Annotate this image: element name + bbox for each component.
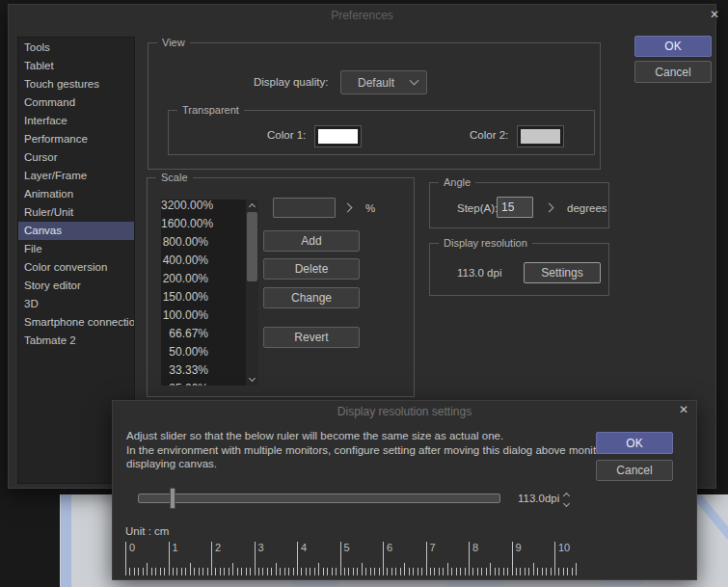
- sidebar-item-3d[interactable]: 3D: [18, 295, 134, 313]
- ruler-tick: [138, 568, 139, 575]
- sidebar-item-tools[interactable]: Tools: [18, 39, 134, 57]
- cancel-button[interactable]: Cancel: [634, 61, 712, 83]
- ruler-tick: [426, 542, 427, 575]
- ruler-tick: [512, 542, 513, 575]
- dpi-slider-track[interactable]: [138, 494, 500, 503]
- ruler-tick: [572, 568, 573, 575]
- ruler-tick: [241, 568, 242, 575]
- dialog-cancel-button[interactable]: Cancel: [596, 460, 673, 481]
- ruler-tick: [434, 568, 435, 575]
- ruler-number: 5: [344, 542, 350, 553]
- scale-group-label: Scale: [156, 172, 193, 184]
- scale-list-item[interactable]: 200.00%: [161, 270, 246, 288]
- ruler-tick: [125, 542, 126, 575]
- scale-list-item[interactable]: 100.00%: [161, 307, 246, 325]
- sidebar-item-canvas[interactable]: Canvas: [18, 222, 134, 240]
- sidebar-item-story-editor[interactable]: Story editor: [18, 277, 134, 295]
- scale-list[interactable]: 3200.00%1600.00%800.00%400.00%200.00%150…: [161, 200, 246, 386]
- scale-list-item[interactable]: 3200.00%: [161, 200, 246, 215]
- ruler-tick: [495, 568, 496, 575]
- ruler-tick: [143, 568, 144, 575]
- ruler-tick: [202, 568, 203, 575]
- add-button[interactable]: Add: [263, 230, 360, 252]
- ruler-tick: [520, 568, 521, 575]
- scale-list-item[interactable]: 33.33%: [161, 361, 246, 380]
- ruler-tick: [344, 568, 345, 575]
- ruler-tick: [546, 568, 547, 575]
- ruler-tick: [387, 568, 388, 575]
- close-icon[interactable]: ✕: [707, 7, 722, 22]
- scale-list-item[interactable]: 800.00%: [161, 233, 246, 252]
- ok-button[interactable]: OK: [634, 36, 712, 57]
- ruler-number: 4: [301, 542, 307, 553]
- ruler-tick: [340, 542, 341, 575]
- ruler-tick: [499, 568, 499, 575]
- ruler-tick: [194, 568, 195, 575]
- step-input[interactable]: [497, 197, 533, 218]
- change-button[interactable]: Change: [263, 287, 360, 308]
- scale-list-item[interactable]: 50.00%: [161, 343, 246, 361]
- color2-label: Color 2:: [470, 129, 508, 142]
- sidebar-item-cursor[interactable]: Cursor: [18, 148, 134, 167]
- scale-list-item[interactable]: 150.00%: [161, 288, 246, 307]
- sidebar-item-tablet[interactable]: Tablet: [18, 57, 134, 75]
- ruler-tick: [551, 568, 552, 575]
- canvas-blue-smudge: [445, 581, 503, 587]
- settings-button[interactable]: Settings: [524, 262, 601, 283]
- ruler-tick: [314, 568, 315, 575]
- dialog-close-icon[interactable]: ✕: [676, 402, 691, 417]
- sidebar-item-layer-frame[interactable]: Layer/Frame: [18, 167, 134, 185]
- ruler-tick: [267, 568, 268, 575]
- color1-swatch[interactable]: [314, 125, 362, 147]
- canvas-blue-stroke-diagonal: [693, 494, 728, 542]
- revert-button[interactable]: Revert: [263, 327, 360, 348]
- dialog-ok-button[interactable]: OK: [596, 432, 673, 454]
- ruler-tick: [176, 568, 177, 575]
- sidebar-item-ruler-unit[interactable]: Ruler/Unit: [18, 203, 134, 222]
- dialog-title: Display resolution settings: [112, 405, 697, 418]
- scale-list-scrollbar[interactable]: [246, 200, 258, 386]
- display-quality-dropdown[interactable]: Default: [340, 70, 427, 94]
- ruler-tick: [563, 568, 564, 575]
- sidebar-item-animation[interactable]: Animation: [18, 185, 134, 203]
- dpi-slider-handle[interactable]: [170, 488, 175, 509]
- ruler-tick: [327, 568, 328, 575]
- ruler-tick: [262, 568, 263, 575]
- ruler-tick: [151, 568, 152, 575]
- scale-list-item[interactable]: 66.67%: [161, 325, 246, 343]
- ruler-tick: [353, 568, 354, 575]
- sidebar-item-color-conversion[interactable]: Color conversion: [18, 258, 134, 277]
- ruler-tick: [533, 563, 534, 575]
- display-quality-label: Display quality:: [254, 76, 328, 89]
- sidebar-item-performance[interactable]: Performance: [18, 130, 134, 148]
- ruler-tick: [391, 568, 392, 575]
- scale-list-item[interactable]: 25.00%: [161, 380, 246, 386]
- scale-value-input[interactable]: [273, 198, 336, 218]
- ruler-number: 7: [430, 542, 436, 553]
- ruler-tick: [220, 568, 221, 575]
- ruler-tick: [181, 568, 182, 575]
- sidebar-item-smartphone-connection[interactable]: Smartphone connection: [18, 313, 134, 332]
- scroll-up-icon[interactable]: [249, 203, 256, 210]
- ruler-tick: [288, 568, 289, 575]
- scale-list-item[interactable]: 1600.00%: [161, 215, 246, 233]
- instruction-line: Adjust slider so that the below ruler wi…: [126, 429, 606, 443]
- ruler-tick: [558, 568, 559, 575]
- sidebar-item-interface[interactable]: Interface: [18, 112, 134, 130]
- ruler-tick: [409, 568, 410, 575]
- sidebar-item-file[interactable]: File: [18, 240, 134, 258]
- ruler-tick: [507, 568, 508, 575]
- scrollbar-thumb[interactable]: [247, 212, 257, 281]
- color2-swatch[interactable]: [517, 125, 564, 147]
- scale-list-item[interactable]: 400.00%: [161, 252, 246, 270]
- ruler-tick: [190, 563, 191, 575]
- scroll-down-icon[interactable]: [249, 375, 256, 382]
- sidebar-item-tabmate-2[interactable]: Tabmate 2: [18, 332, 134, 350]
- ruler-tick: [229, 568, 229, 575]
- ruler-tick: [383, 542, 384, 575]
- ruler-tick: [537, 568, 538, 575]
- delete-button[interactable]: Delete: [263, 258, 360, 280]
- sidebar-item-command[interactable]: Command: [18, 93, 134, 112]
- sidebar-item-touch-gestures[interactable]: Touch gestures: [18, 75, 134, 93]
- ruler-tick: [348, 568, 349, 575]
